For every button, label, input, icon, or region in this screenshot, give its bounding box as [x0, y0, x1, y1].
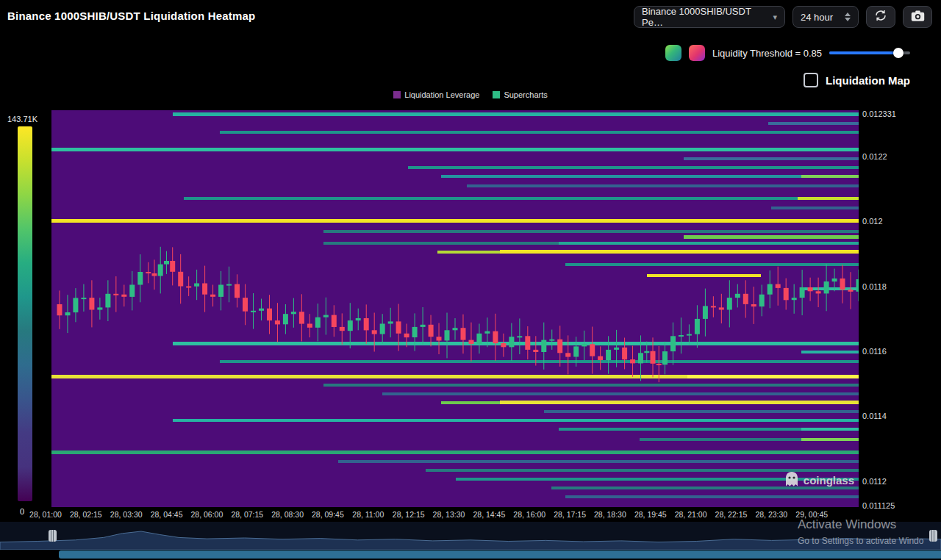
slider-fill	[829, 51, 898, 54]
y-axis-label: 0.0122	[862, 152, 887, 161]
range-navigator[interactable]	[0, 522, 941, 550]
legend-label: Liquidation Leverage	[404, 90, 479, 99]
coinglass-watermark: coinglass	[784, 471, 854, 489]
refresh-button[interactable]	[866, 6, 895, 28]
liquidation-map-checkbox[interactable]	[804, 73, 818, 87]
slider-thumb[interactable]	[893, 48, 904, 58]
y-axis: 0.0123310.01220.0120.01180.01160.01140.0…	[862, 110, 936, 511]
x-axis-label: 28, 23:30	[755, 510, 787, 519]
x-axis-label: 28, 04:45	[151, 510, 183, 519]
interval-select-value: 24 hour	[801, 12, 833, 23]
colormap-swatch-red[interactable]	[689, 45, 705, 61]
threshold-label: Liquidity Threshold = 0.85	[712, 48, 822, 59]
liquidation-heatmap-app: Binance 1000SHIB/USDT Liquidation Heatma…	[0, 0, 941, 560]
y-axis-label: 0.0116	[862, 347, 887, 356]
y-axis-label: 0.012	[862, 217, 883, 226]
threshold-slider[interactable]	[829, 48, 910, 58]
refresh-icon	[874, 9, 887, 25]
x-axis-label: 28, 02:15	[70, 510, 102, 519]
x-axis-label: 28, 12:15	[393, 510, 425, 519]
screenshot-button[interactable]	[903, 6, 932, 28]
x-axis-label: 29, 00:45	[795, 510, 828, 519]
threshold-controls: Liquidity Threshold = 0.85	[665, 45, 910, 61]
y-axis-label: 0.011125	[862, 501, 895, 510]
navigator-handle-right[interactable]	[929, 530, 937, 542]
page-title: Binance 1000SHIB/USDT Liquidation Heatma…	[7, 10, 255, 22]
chevron-down-icon: ▾	[773, 12, 777, 22]
watermark-brand: coinglass	[804, 474, 854, 487]
x-axis-label: 28, 08:30	[271, 510, 304, 519]
colorbar	[18, 126, 32, 501]
x-axis-label: 28, 16:00	[513, 510, 545, 519]
stepper-icon	[845, 12, 851, 21]
legend-swatch	[393, 91, 401, 98]
horizontal-scrollbar[interactable]	[59, 550, 941, 559]
legend-item[interactable]: Supercharts	[493, 90, 547, 99]
x-axis-label: 28, 21:00	[675, 510, 707, 519]
x-axis-label: 28, 19:45	[634, 510, 667, 519]
legend-item[interactable]: Liquidation Leverage	[393, 90, 479, 99]
legend-label: Supercharts	[504, 90, 547, 99]
x-axis-label: 28, 07:15	[231, 510, 263, 519]
x-axis-label: 28, 17:15	[554, 510, 586, 519]
y-axis-label: 0.0114	[862, 412, 887, 420]
x-axis-label: 28, 14:45	[473, 510, 505, 519]
y-axis-label: 0.012331	[862, 110, 896, 118]
symbol-select[interactable]: Binance 1000SHIB/USDT Pe… ▾	[634, 6, 785, 28]
x-axis-label: 28, 11:00	[352, 510, 384, 519]
x-axis-label: 28, 03:30	[110, 510, 143, 519]
heatmap-canvas[interactable]: coinglass	[51, 110, 859, 507]
colormap-swatch-green[interactable]	[665, 45, 681, 61]
x-axis-label: 28, 01:00	[29, 510, 62, 519]
x-axis-label: 28, 13:30	[433, 510, 465, 519]
colorbar-max-label: 143.71K	[7, 115, 37, 123]
interval-select[interactable]: 24 hour	[792, 6, 859, 28]
y-axis-label: 0.0112	[862, 477, 887, 486]
x-axis-label: 28, 09:45	[312, 510, 344, 519]
navigator-handle-left[interactable]	[49, 530, 57, 542]
liquidation-map-label: Liquidation Map	[826, 74, 910, 87]
chart-legend: Liquidation LeverageSupercharts	[0, 90, 941, 99]
liquidation-map-toggle-row: Liquidation Map	[804, 73, 910, 87]
x-axis-label: 28, 22:15	[715, 510, 748, 519]
legend-swatch	[493, 91, 500, 98]
navigator-area	[0, 531, 941, 550]
y-axis-label: 0.0118	[862, 282, 887, 291]
camera-icon	[911, 10, 925, 25]
ghost-icon	[784, 471, 799, 489]
symbol-select-value: Binance 1000SHIB/USDT Pe…	[642, 6, 767, 28]
x-axis: 28, 01:0028, 02:1528, 03:3028, 04:4528, …	[0, 510, 941, 520]
toolbar: Binance 1000SHIB/USDT Pe… ▾ 24 hour	[634, 6, 932, 28]
x-axis-label: 28, 06:00	[190, 510, 223, 519]
x-axis-label: 28, 18:30	[594, 510, 626, 519]
candlestick-series	[51, 110, 859, 507]
